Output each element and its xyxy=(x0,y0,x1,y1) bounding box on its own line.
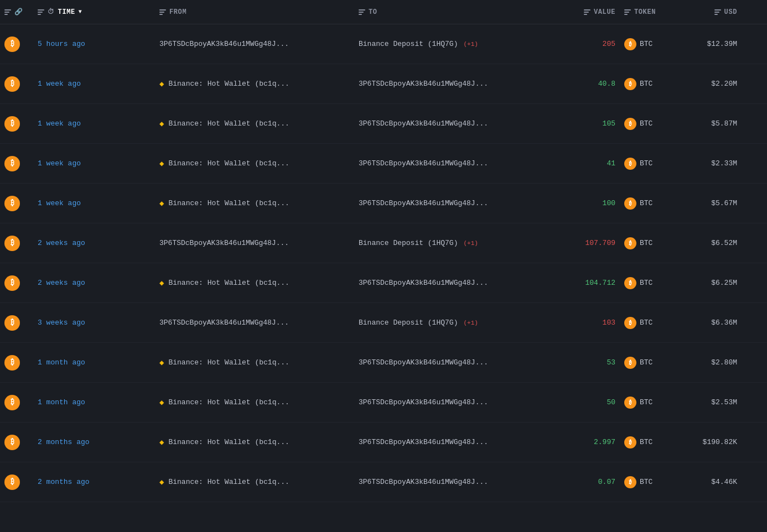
header-icon-col[interactable]: 🔗 xyxy=(0,4,33,19)
table-row[interactable]: ₿1 week ago◆Binance: Hot Wallet (bc1q...… xyxy=(0,64,767,104)
from-address: Binance: Hot Wallet (bc1q... xyxy=(168,358,289,367)
binance-diamond-icon: ◆ xyxy=(159,278,164,288)
token-name: BTC xyxy=(640,279,652,287)
row-token-cell: ₿BTC xyxy=(620,231,675,256)
row-from-cell[interactable]: 3P6TSDcBpoyAK3kB46u1MWGg48J... xyxy=(155,33,354,55)
table-body: ₿5 hours ago3P6TSDcBpoyAK3kB46u1MWGg48J.… xyxy=(0,24,767,502)
row-token-cell: ₿BTC xyxy=(620,430,675,455)
token-btc-icon: ₿ xyxy=(624,317,636,329)
to-address: 3P6TSDcBpoyAK3kB46u1MWGg48J... xyxy=(359,279,488,287)
table-header: 🔗 ⏱ TIME ▼ FROM xyxy=(0,0,767,24)
binance-diamond-icon: ◆ xyxy=(159,159,164,168)
token-btc-icon: ₿ xyxy=(624,158,636,170)
row-usd-cell: $6.52M xyxy=(675,232,742,254)
row-from-cell[interactable]: ◆Binance: Hot Wallet (bc1q... xyxy=(155,112,354,135)
table-row[interactable]: ₿2 weeks ago◆Binance: Hot Wallet (bc1q..… xyxy=(0,263,767,303)
row-time-cell: 2 weeks ago xyxy=(33,232,155,254)
token-name: BTC xyxy=(640,119,652,128)
row-time-cell: 1 month ago xyxy=(33,352,155,373)
table-row[interactable]: ₿2 months ago◆Binance: Hot Wallet (bc1q.… xyxy=(0,462,767,502)
btc-icon: ₿ xyxy=(4,236,20,251)
row-from-cell[interactable]: ◆Binance: Hot Wallet (bc1q... xyxy=(155,152,354,175)
header-from-col[interactable]: FROM xyxy=(155,4,354,19)
value-col-label: VALUE xyxy=(594,8,615,16)
row-to-cell[interactable]: Binance Deposit (1HQ7G)(+1) xyxy=(354,232,553,254)
filter-usd-icon xyxy=(714,9,721,15)
table-row[interactable]: ₿1 week ago◆Binance: Hot Wallet (bc1q...… xyxy=(0,184,767,223)
from-address: Binance: Hot Wallet (bc1q... xyxy=(168,478,289,486)
row-from-cell[interactable]: 3P6TSDcBpoyAK3kB46u1MWGg48J... xyxy=(155,232,354,254)
row-to-cell[interactable]: 3P6TSDcBpoyAK3kB46u1MWGg48J... xyxy=(354,153,553,174)
row-icon-cell: ₿ xyxy=(0,388,33,417)
token-btc-icon: ₿ xyxy=(624,436,636,448)
row-icon-cell: ₿ xyxy=(0,428,33,457)
row-icon-cell: ₿ xyxy=(0,468,33,497)
row-from-cell[interactable]: ◆Binance: Hot Wallet (bc1q... xyxy=(155,192,354,215)
table-row[interactable]: ₿5 hours ago3P6TSDcBpoyAK3kB46u1MWGg48J.… xyxy=(0,24,767,64)
btc-icon: ₿ xyxy=(4,355,20,371)
row-value-cell: 41 xyxy=(553,153,620,174)
row-value-cell: 104.712 xyxy=(553,272,620,294)
table-row[interactable]: ₿3 weeks ago3P6TSDcBpoyAK3kB46u1MWGg48J.… xyxy=(0,303,767,343)
row-from-cell[interactable]: ◆Binance: Hot Wallet (bc1q... xyxy=(155,72,354,95)
token-name: BTC xyxy=(640,199,652,207)
token-name: BTC xyxy=(640,80,652,88)
binance-diamond-icon: ◆ xyxy=(159,119,164,128)
from-col-label: FROM xyxy=(169,8,186,16)
table-row[interactable]: ₿2 weeks ago3P6TSDcBpoyAK3kB46u1MWGg48J.… xyxy=(0,223,767,263)
row-to-cell[interactable]: 3P6TSDcBpoyAK3kB46u1MWGg48J... xyxy=(354,73,553,95)
row-from-cell[interactable]: ◆Binance: Hot Wallet (bc1q... xyxy=(155,351,354,374)
row-time-cell: 2 months ago xyxy=(33,471,155,493)
header-value-col[interactable]: VALUE xyxy=(553,4,620,19)
table-row[interactable]: ₿1 week ago◆Binance: Hot Wallet (bc1q...… xyxy=(0,104,767,144)
to-address: Binance Deposit (1HQ7G) xyxy=(359,239,458,247)
token-btc-icon: ₿ xyxy=(624,78,636,90)
row-to-cell[interactable]: 3P6TSDcBpoyAK3kB46u1MWGg48J... xyxy=(354,471,553,493)
table-row[interactable]: ₿1 week ago◆Binance: Hot Wallet (bc1q...… xyxy=(0,144,767,184)
row-to-cell[interactable]: Binance Deposit (1HQ7G)(+1) xyxy=(354,33,553,55)
filter-value-icon xyxy=(584,9,590,15)
row-token-cell: ₿BTC xyxy=(620,390,675,415)
row-time-cell: 2 months ago xyxy=(33,431,155,453)
row-to-cell[interactable]: 3P6TSDcBpoyAK3kB46u1MWGg48J... xyxy=(354,192,553,214)
row-value-cell: 40.8 xyxy=(553,73,620,95)
row-token-cell: ₿BTC xyxy=(620,71,675,97)
row-to-cell[interactable]: 3P6TSDcBpoyAK3kB46u1MWGg48J... xyxy=(354,431,553,453)
header-time-col[interactable]: ⏱ TIME ▼ xyxy=(33,4,155,19)
plus-badge: (+1) xyxy=(463,240,478,247)
row-time-cell: 5 hours ago xyxy=(33,33,155,55)
row-from-cell[interactable]: ◆Binance: Hot Wallet (bc1q... xyxy=(155,471,354,493)
row-value-cell: 2.997 xyxy=(553,431,620,453)
header-usd-col[interactable]: USD xyxy=(675,4,742,19)
row-from-cell[interactable]: 3P6TSDcBpoyAK3kB46u1MWGg48J... xyxy=(155,312,354,333)
from-address: Binance: Hot Wallet (bc1q... xyxy=(168,159,289,168)
value-amount: 205 xyxy=(603,40,615,48)
table-row[interactable]: ₿2 months ago◆Binance: Hot Wallet (bc1q.… xyxy=(0,423,767,462)
btc-icon: ₿ xyxy=(4,474,20,490)
header-to-col[interactable]: TO xyxy=(354,4,553,19)
row-to-cell[interactable]: 3P6TSDcBpoyAK3kB46u1MWGg48J... xyxy=(354,392,553,413)
row-from-cell[interactable]: ◆Binance: Hot Wallet (bc1q... xyxy=(155,391,354,414)
table-row[interactable]: ₿1 month ago◆Binance: Hot Wallet (bc1q..… xyxy=(0,383,767,423)
row-to-cell[interactable]: 3P6TSDcBpoyAK3kB46u1MWGg48J... xyxy=(354,113,553,134)
row-value-cell: 105 xyxy=(553,113,620,134)
binance-diamond-icon: ◆ xyxy=(159,199,164,208)
btc-icon: ₿ xyxy=(4,116,20,132)
from-address: Binance: Hot Wallet (bc1q... xyxy=(168,199,289,207)
row-value-cell: 53 xyxy=(553,352,620,373)
value-amount: 103 xyxy=(603,319,615,327)
row-icon-cell: ₿ xyxy=(0,149,33,178)
btc-icon: ₿ xyxy=(4,435,20,450)
row-from-cell[interactable]: ◆Binance: Hot Wallet (bc1q... xyxy=(155,431,354,453)
row-from-cell[interactable]: ◆Binance: Hot Wallet (bc1q... xyxy=(155,272,354,294)
row-to-cell[interactable]: 3P6TSDcBpoyAK3kB46u1MWGg48J... xyxy=(354,272,553,294)
header-token-col[interactable]: TOKEN xyxy=(620,4,675,19)
row-to-cell[interactable]: 3P6TSDcBpoyAK3kB46u1MWGg48J... xyxy=(354,352,553,373)
row-to-cell[interactable]: Binance Deposit (1HQ7G)(+1) xyxy=(354,312,553,333)
token-name: BTC xyxy=(640,358,652,367)
table-row[interactable]: ₿1 month ago◆Binance: Hot Wallet (bc1q..… xyxy=(0,343,767,383)
from-address: Binance: Hot Wallet (bc1q... xyxy=(168,119,289,128)
link-icon: 🔗 xyxy=(14,8,23,16)
to-address: 3P6TSDcBpoyAK3kB46u1MWGg48J... xyxy=(359,159,488,168)
row-value-cell: 205 xyxy=(553,33,620,55)
